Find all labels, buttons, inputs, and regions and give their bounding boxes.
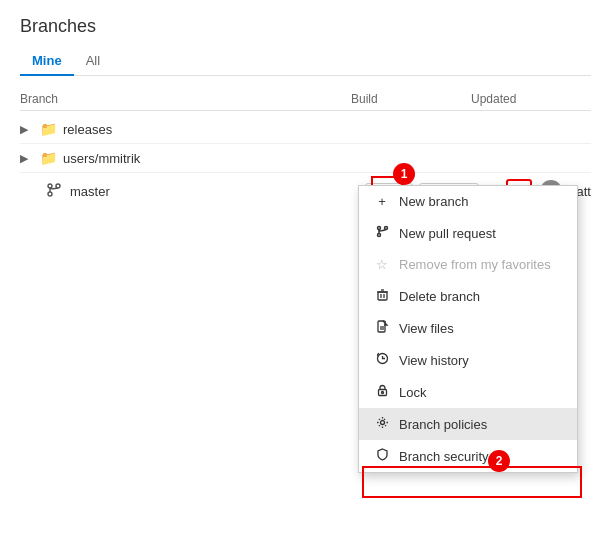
menu-label-new-pull-request: New pull request bbox=[399, 226, 496, 241]
menu-label-new-branch: New branch bbox=[399, 194, 468, 209]
expand-icon[interactable]: ▶ bbox=[20, 123, 36, 136]
menu-label-remove-favorites: Remove from my favorites bbox=[399, 257, 551, 272]
menu-label-delete-branch: Delete branch bbox=[399, 289, 480, 304]
menu-item-new-pull-request[interactable]: New pull request bbox=[359, 217, 577, 249]
menu-item-lock[interactable]: Lock bbox=[359, 376, 577, 408]
svg-point-8 bbox=[384, 227, 387, 230]
branch-name: releases bbox=[63, 122, 591, 137]
expand-icon[interactable]: ▶ bbox=[20, 152, 36, 165]
menu-label-branch-security: Branch security bbox=[399, 449, 489, 464]
svg-rect-19 bbox=[378, 390, 386, 396]
header-build: Build bbox=[351, 92, 471, 106]
branch-icon bbox=[44, 182, 64, 201]
step-badge-2: 2 bbox=[488, 450, 510, 472]
menu-item-view-history[interactable]: View history bbox=[359, 344, 577, 376]
table-row: ▶ 📁 users/mmitrik bbox=[20, 144, 591, 173]
svg-point-2 bbox=[56, 184, 60, 188]
svg-point-6 bbox=[377, 227, 380, 230]
branch-name: users/mmitrik bbox=[63, 151, 591, 166]
svg-point-7 bbox=[377, 234, 380, 237]
page-container: Branches Mine All Branch Build Updated ▶… bbox=[0, 0, 611, 225]
menu-item-branch-security[interactable]: Branch security bbox=[359, 440, 577, 472]
menu-label-branch-policies: Branch policies bbox=[399, 417, 487, 432]
table-header: Branch Build Updated bbox=[20, 88, 591, 111]
step-badge-1: 1 bbox=[393, 163, 415, 185]
folder-icon: 📁 bbox=[40, 121, 57, 137]
menu-item-view-files[interactable]: View files bbox=[359, 312, 577, 344]
tab-mine[interactable]: Mine bbox=[20, 47, 74, 76]
page-title: Branches bbox=[20, 16, 591, 37]
header-branch: Branch bbox=[20, 92, 351, 106]
menu-item-branch-policies[interactable]: Branch policies bbox=[359, 408, 577, 440]
tabs-bar: Mine All bbox=[20, 47, 591, 76]
gear-icon bbox=[373, 416, 391, 432]
trash-icon bbox=[373, 288, 391, 304]
context-menu: + New branch New pull request ☆ Remove f… bbox=[358, 185, 578, 473]
tab-all[interactable]: All bbox=[74, 47, 112, 76]
lock-icon bbox=[373, 384, 391, 400]
star-outline-icon: ☆ bbox=[373, 257, 391, 272]
menu-item-delete-branch[interactable]: Delete branch bbox=[359, 280, 577, 312]
master-branch-name: master bbox=[70, 184, 359, 199]
menu-label-lock: Lock bbox=[399, 385, 426, 400]
history-icon bbox=[373, 352, 391, 368]
pull-request-icon bbox=[373, 225, 391, 241]
header-updated: Updated bbox=[471, 92, 591, 106]
shield-icon bbox=[373, 448, 391, 464]
menu-label-view-files: View files bbox=[399, 321, 454, 336]
table-row: ▶ 📁 releases bbox=[20, 115, 591, 144]
menu-item-remove-favorites: ☆ Remove from my favorites bbox=[359, 249, 577, 280]
folder-icon: 📁 bbox=[40, 150, 57, 166]
menu-label-view-history: View history bbox=[399, 353, 469, 368]
svg-point-1 bbox=[48, 192, 52, 196]
svg-point-20 bbox=[381, 392, 383, 394]
svg-point-21 bbox=[380, 421, 384, 425]
svg-rect-10 bbox=[378, 292, 387, 300]
plus-icon: + bbox=[373, 194, 391, 209]
file-icon bbox=[373, 320, 391, 336]
menu-item-new-branch[interactable]: + New branch bbox=[359, 186, 577, 217]
